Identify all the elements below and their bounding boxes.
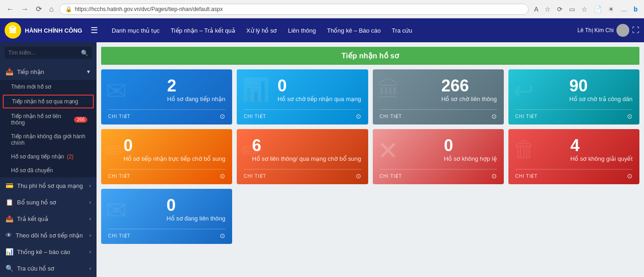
trash-icon: 🗑 — [513, 136, 536, 163]
chi-tiet-label-5: CHI TIẾT — [108, 174, 131, 179]
chevron-right-icon1: › — [89, 183, 91, 188]
card-ho-so-khong-giai-quyet[interactable]: 🗑 4 Hồ sơ không giải quyết CHI TIẾT ⊙ — [508, 129, 639, 184]
card-label-8: Hồ sơ không giải quyết — [570, 155, 633, 162]
sidebar-item-tra-cuu[interactable]: 🔍 Tra cứu hồ sơ › — [0, 260, 97, 277]
menu-item-tra-cuu[interactable]: Tra cứu — [387, 24, 416, 37]
empty-cell-1 — [237, 189, 368, 244]
sidebar-item-thu-phi[interactable]: 💳 Thu phí hồ sơ qua mạng › — [0, 177, 97, 194]
card-ho-so-cho-tiep-nhan[interactable]: 📊 0 Hồ sơ chờ tiếp nhận qua mạng CHI TIẾ… — [237, 69, 368, 124]
card-label-5: Hồ sơ tiếp nhận trực tiếp chờ bổ sung — [124, 155, 226, 162]
page-header: Tiếp nhận hồ sơ — [101, 47, 639, 65]
card-bottom-9: CHI TIẾT ⊙ — [108, 229, 225, 239]
sidebar-item-tiep-nhan-lien-thong[interactable]: Tiếp nhận hồ sơ liên thông 266 — [0, 109, 97, 130]
cards-row3: ✉ 0 Hồ sơ đang liên thông CHI TIẾT ⊙ — [97, 189, 644, 249]
sidebar-item-tra-ket-qua[interactable]: 📤 Trả kết quả › — [0, 210, 97, 227]
chevron-right-icon4: › — [89, 232, 91, 238]
arrow-icon-7: ⊙ — [491, 172, 497, 180]
cards-row1: ✉ 2 Hồ sơ đang tiếp nhận CHI TIẾT ⊙ — [97, 69, 644, 129]
app-logo: 🏛 HÀNH CHÍNH CÔNG — [5, 22, 82, 39]
menu-item-thong-ke[interactable]: Thống kê – Báo cáo — [322, 24, 385, 37]
search-icon: 🔍 — [81, 50, 88, 57]
more-btn[interactable]: … — [619, 5, 629, 14]
menu-item-lien-thong[interactable]: Liên thông — [283, 24, 320, 37]
split-btn[interactable]: ▭ — [567, 5, 577, 14]
url-text: https://hcchs.hatinh.gov.vn/dvc/Pages/ti… — [75, 6, 523, 12]
sidebar-item-bo-sung[interactable]: 📋 Bổ sung hồ sơ › — [0, 194, 97, 210]
card-bottom-1: CHI TIẾT ⊙ — [108, 109, 225, 120]
card-ho-so-cho-lien-thong[interactable]: 🏛 266 Hồ sơ chờ liên thông CHI TIẾT ⊙ — [373, 69, 504, 124]
chevron-right-icon6: › — [89, 266, 91, 271]
card-number-7: 0 — [444, 136, 497, 155]
envelope-icon: ✉ — [106, 76, 127, 106]
card-number-2: 0 — [278, 76, 361, 96]
sidebar-item-tiep-nhan-qua-mang[interactable]: Tiếp nhận hồ sơ qua mạng — [3, 95, 94, 108]
tiep-nhan-qua-mang-label: Tiếp nhận hồ sơ qua mạng — [12, 98, 78, 105]
card-bottom-7: CHI TIẾT ⊙ — [380, 169, 497, 180]
ho-so-dang-label: Hồ sơ đang tiếp nhận — [11, 153, 64, 160]
forward-button[interactable]: → — [19, 4, 30, 14]
chart-icon: 📊 — [241, 76, 270, 103]
browser-actions: A ☆ ⟳ ▭ ☆ 📄 ☀ … b — [532, 5, 639, 14]
sidebar-item-ho-so-dang-tiep-nhan[interactable]: Hồ sơ đang tiếp nhận (2) — [0, 150, 97, 164]
sidebar-item-thong-ke[interactable]: 📊 Thống kê – báo cáo › — [0, 243, 97, 260]
pencil-icon1: ✏ — [106, 136, 127, 165]
chi-tiet-label-3: CHI TIẾT — [380, 114, 402, 119]
ho-so-dang-badge: (2) — [67, 153, 74, 160]
chi-tiet-label-7: CHI TIẾT — [380, 174, 402, 179]
refresh-btn2[interactable]: ⟳ — [555, 5, 564, 14]
chi-tiet-label-2: CHI TIẾT — [244, 114, 266, 119]
lock-icon: 🔒 — [65, 6, 72, 12]
card-ho-so-cho-tra[interactable]: ↩ 90 Hồ sơ chờ trả công dân CHI TIẾT ⊙ — [508, 69, 639, 124]
card-number-3: 266 — [441, 76, 497, 96]
favorites-btn[interactable]: ☆ — [580, 5, 589, 14]
card-number-1: 2 — [167, 76, 226, 96]
card-ho-so-lien-thong-qua-mang[interactable]: ✏ 6 Hồ sơ liên thông/ qua mạng chờ bổ su… — [237, 129, 368, 184]
refresh-button[interactable]: ⟳ — [34, 4, 44, 14]
menu-item-danh-muc[interactable]: Danh mục thủ tục — [107, 24, 164, 37]
sidebar-item-ho-so-da-chuyen[interactable]: Hồ sơ đã chuyển — [0, 164, 97, 177]
pencil-icon2: ✏ — [241, 136, 262, 165]
sidebar-item-theo-doi[interactable]: 👁 Theo dõi hồ sơ tiếp nhận › — [0, 227, 97, 243]
bing-btn[interactable]: b — [632, 5, 639, 14]
thu-phi-label: Thu phí hồ sơ qua mạng — [17, 182, 89, 189]
chevron-right-icon3: › — [89, 216, 91, 221]
return-icon: ↩ — [513, 76, 534, 106]
card-bottom-3: CHI TIẾT ⊙ — [380, 109, 497, 120]
arrow-icon-3: ⊙ — [491, 113, 497, 120]
fullscreen-button[interactable]: ⛶ — [632, 26, 639, 34]
back-button[interactable]: ← — [5, 4, 16, 14]
browser-chrome: ← → ⟳ ⌂ 🔒 https://hcchs.hatinh.gov.vn/dv… — [0, 0, 644, 18]
card-number-9: 0 — [166, 196, 225, 215]
arrow-icon-2: ⊙ — [356, 113, 361, 120]
bookmark-btn[interactable]: ☆ — [543, 5, 553, 14]
sidebar-item-tiep-nhan-khong-dia-gioi[interactable]: Tiếp nhận không địa giới hành chính — [0, 130, 97, 150]
chi-tiet-label-8: CHI TIẾT — [515, 174, 538, 179]
card-number-5: 0 — [124, 136, 226, 155]
menu-item-tiep-nhan[interactable]: Tiếp nhận – Trả kết quả — [166, 24, 240, 37]
card-ho-so-dang-lien-thong[interactable]: ✉ 0 Hồ sơ đang liên thông CHI TIẾT ⊙ — [101, 189, 232, 244]
menu-item-xu-ly[interactable]: Xử lý hồ sơ — [242, 24, 282, 37]
user-avatar[interactable] — [616, 24, 629, 37]
sidebar: 🔍 📥 Tiếp nhận ▼ Thêm mới hồ sơ Tiếp nhận… — [0, 42, 97, 277]
search-input[interactable] — [5, 47, 92, 59]
collections-btn[interactable]: 📄 — [592, 5, 604, 14]
sidebar-search-wrap: 🔍 — [5, 47, 92, 59]
sidebar-item-them-moi[interactable]: Thêm mới hồ sơ — [0, 80, 97, 94]
chevron-down-icon: ▼ — [86, 69, 91, 74]
sidebar-item-tiep-nhan[interactable]: 📥 Tiếp nhận ▼ — [0, 63, 97, 80]
hamburger-button[interactable]: ☰ — [91, 25, 98, 35]
tra-ket-qua-label: Trả kết quả — [17, 215, 89, 222]
reader-mode-btn[interactable]: A — [532, 5, 540, 14]
home-button[interactable]: ⌂ — [47, 4, 56, 14]
card-ho-so-dang-tiep-nhan[interactable]: ✉ 2 Hồ sơ đang tiếp nhận CHI TIẾT ⊙ — [101, 69, 232, 124]
card-bottom-2: CHI TIẾT ⊙ — [244, 109, 361, 120]
user-info: Lê Thị Kim Chi ⛶ — [577, 24, 639, 37]
card-ho-so-khong-hop-le[interactable]: ✕ 0 Hồ sơ không hợp lệ CHI TIẾT ⊙ — [373, 129, 504, 184]
thu-phi-icon: 💳 — [6, 182, 13, 189]
card-bottom-6: CHI TIẾT ⊙ — [244, 169, 361, 180]
github-btn[interactable]: ☀ — [606, 5, 616, 14]
app-name: HÀNH CHÍNH CÔNG — [25, 27, 82, 34]
url-bar[interactable]: 🔒 https://hcchs.hatinh.gov.vn/dvc/Pages/… — [59, 4, 529, 15]
card-number-4: 90 — [570, 76, 633, 96]
card-ho-so-tiep-nhan-truc-tiep[interactable]: ✏ 0 Hồ sơ tiếp nhận trực tiếp chờ bổ sun… — [101, 129, 232, 184]
